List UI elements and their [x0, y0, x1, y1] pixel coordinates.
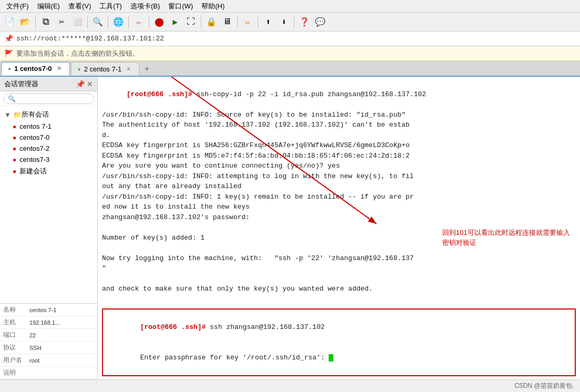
copy-button[interactable]: ⬜ [70, 15, 85, 29]
menu-edit[interactable]: 编辑(E) [33, 1, 64, 12]
terminal-line-14: " [102, 263, 576, 274]
clone-button[interactable]: ⧉ [38, 15, 53, 29]
main-area: 会话管理器 📌 ✕ ▼ 📁 所有会话 ● centos 7-1 ● centos… [0, 77, 580, 379]
terminal-line-0: [root@666 .ssh]# ssh-copy-id -p 22 -i id… [102, 79, 576, 110]
download-button[interactable]: ⬇ [277, 15, 291, 29]
terminal-line-7: /usr/bin/ssh-copy-id: INFO: attempting t… [102, 171, 576, 182]
start-button[interactable]: ▶ [168, 15, 182, 29]
terminal-line-4: ECDSA key fingerprint is SHA256:GZBrFxqn… [102, 140, 576, 151]
sep8 [258, 16, 258, 28]
tab-0-close[interactable]: ✕ [55, 65, 63, 73]
find-button[interactable]: 🔍 [90, 15, 105, 29]
tab-1-dot: ● [78, 66, 81, 72]
tree-item-4[interactable]: ● 新建会话 [0, 165, 97, 178]
sidebar-title: 会话管理器 [4, 79, 38, 89]
lock-button[interactable]: 🔒 [204, 15, 219, 29]
tree-item-2-dot: ● [13, 145, 16, 152]
sep2 [87, 16, 88, 28]
menu-window[interactable]: 窗口(W) [164, 1, 197, 12]
tree-item-1-label: centos7-0 [19, 133, 49, 141]
terminal-line-9: /usr/bin/ssh-copy-id: INFO: 1 key(s) rem… [102, 192, 576, 202]
menu-tabs[interactable]: 选项卡(B) [126, 1, 164, 12]
help-button[interactable]: ❓ [297, 15, 312, 29]
tree-root-all-sessions[interactable]: ▼ 📁 所有会话 [0, 108, 97, 121]
command-box: [root@666 .ssh]# ssh zhangsan@192.168.13… [102, 308, 576, 376]
terminal-line-10: ed now it is to install the new keys [102, 202, 576, 212]
menu-view[interactable]: 查看(V) [64, 1, 95, 12]
terminal-line-15: and check to make sure that only the key… [102, 284, 576, 294]
tree-item-2[interactable]: ● centos7-2 [0, 143, 97, 154]
annotation-text: 回到101可以看出此时远程连接就需要输入密钥对验证 [442, 229, 570, 247]
session-info-row-name: 名称 centos 7-1 [0, 304, 97, 316]
session-info-key-note: 说明 [0, 367, 26, 379]
tab-0[interactable]: ● 1 centos7-0 ✕ [1, 62, 70, 76]
terminal-line-3: d. [102, 130, 576, 141]
tree-item-1-dot: ● [13, 134, 16, 141]
sidebar-header: 会话管理器 📌 ✕ [0, 77, 97, 91]
cut-button[interactable]: ✂️ [54, 15, 69, 29]
statusbar-text: CSDN @苗苗奶黄包. [514, 381, 574, 390]
globe-button[interactable]: 🌐 [111, 15, 126, 29]
terminal-cursor [329, 354, 333, 362]
tree-root-arrow: ▼ [4, 111, 11, 119]
open-button[interactable]: 📂 [18, 15, 33, 29]
menu-tools[interactable]: 工具(T) [95, 1, 126, 12]
tree-item-1[interactable]: ● centos7-0 [0, 132, 97, 143]
session-info-val-note [26, 367, 97, 379]
session-info-row-user: 用户名 root [0, 354, 97, 367]
sep6 [201, 16, 201, 28]
terminal-blank-3 [102, 274, 576, 284]
tab-0-dot: ● [8, 66, 11, 71]
address-icon: 📌 [4, 34, 13, 43]
tree-item-4-dot: ● [13, 168, 16, 175]
session-info-key-user: 用户名 [0, 354, 26, 367]
session-info-val-host: 192.168.1... [26, 316, 97, 329]
edit-button[interactable]: ✏ [240, 15, 255, 29]
sidebar: 会话管理器 📌 ✕ ▼ 📁 所有会话 ● centos 7-1 ● centos… [0, 77, 98, 379]
upload-button[interactable]: ⬆ [261, 15, 276, 29]
tree-item-3-label: centos7-3 [19, 156, 49, 163]
session-info: 名称 centos 7-1 主机 192.168.1... 端口 22 协议 S… [0, 303, 97, 379]
session-info-key-host: 主机 [0, 316, 26, 329]
terminal-line-8: out any that are already installed [102, 181, 576, 192]
sidebar-search [0, 91, 97, 106]
monitor-button[interactable]: 🖥 [220, 15, 235, 29]
chat-button[interactable]: 💬 [313, 15, 328, 29]
sidebar-header-icons: 📌 ✕ [76, 80, 93, 88]
annotation-row: Number of key(s) added: 1 回到101可以看出此时远程连… [102, 233, 576, 243]
pencil-button[interactable]: ✏ [131, 15, 146, 29]
notif-text: 要添加当前会话，点击左侧的箭头按钮。 [16, 49, 139, 58]
menu-file[interactable]: 文件(F) [2, 1, 33, 12]
sep9 [294, 16, 294, 28]
sidebar-pin-icon[interactable]: 📌 [76, 80, 85, 88]
session-info-val-protocol: SSH [26, 342, 97, 354]
notif-icon: 🚩 [4, 49, 13, 58]
new-button[interactable]: 📄 [2, 15, 17, 29]
cmd-line-1: [root@666 .ssh]# ssh zhangsan@192.168.13… [107, 312, 571, 343]
tab-1[interactable]: ● 2 centos 7-1 ✕ [71, 62, 140, 76]
tree-item-3[interactable]: ● centos7-3 [0, 154, 97, 165]
terminal-line-11: zhangsan@192.168.137.102's password: [102, 212, 576, 223]
session-info-val-port: 22 [26, 329, 97, 342]
menu-help[interactable]: 帮助(H) [197, 1, 229, 12]
terminal-line-1: /usr/bin/ssh-copy-id: INFO: Source of ke… [102, 110, 576, 120]
terminal-line-6: Are you sure you want to continue connec… [102, 161, 576, 171]
tree-item-0[interactable]: ● centos 7-1 [0, 121, 97, 132]
terminal-prompt-0: [root@666 .ssh]# [127, 90, 197, 98]
session-info-row-host: 主机 192.168.1... [0, 316, 97, 329]
session-info-row-note: 说明 [0, 367, 97, 379]
sidebar-search-input[interactable] [3, 94, 94, 104]
statusbar: CSDN @苗苗奶黄包. [0, 379, 580, 392]
passphrase-prompt: Enter passphrase for key '/root/.ssh/id_… [140, 354, 329, 362]
stop-button[interactable]: ⬤ [152, 15, 167, 29]
tab-1-close[interactable]: ✕ [125, 65, 133, 73]
sep7 [237, 16, 238, 28]
terminal[interactable]: [root@666 .ssh]# ssh-copy-id -p 22 -i id… [98, 77, 580, 379]
fullscreen-button[interactable]: ⛶ [184, 15, 198, 29]
session-info-key-name: 名称 [0, 304, 26, 316]
notifbar: 🚩 要添加当前会话，点击左侧的箭头按钮。 [0, 46, 580, 61]
tab-add-button[interactable]: + [140, 63, 153, 76]
terminal-line-12: Number of key(s) added: 1 [102, 233, 205, 243]
sidebar-close-icon[interactable]: ✕ [87, 80, 93, 88]
address-text: ssh://root:******@192.168.137.101:22 [16, 35, 164, 43]
